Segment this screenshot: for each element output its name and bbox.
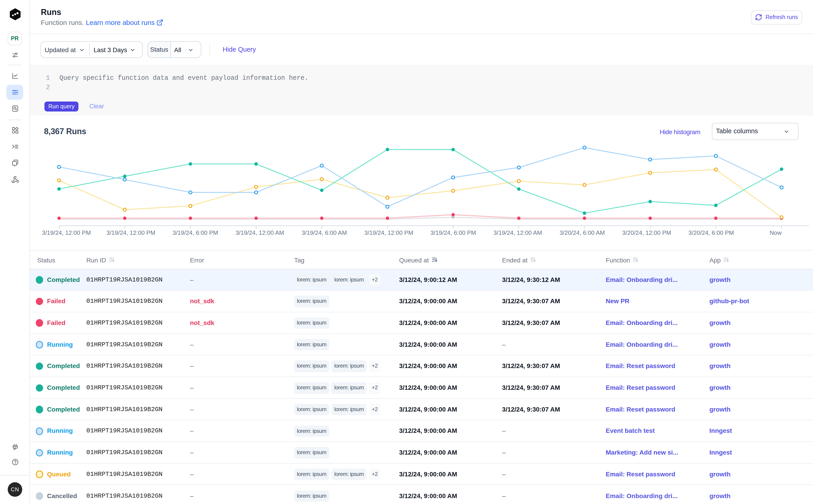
svg-text:3/19/24, 12:00 PM: 3/19/24, 12:00 PM [364,229,413,236]
svg-text:3/19/24, 12:00 PM: 3/19/24, 12:00 PM [42,229,91,236]
svg-text:3/19/24, 6:00 PM: 3/19/24, 6:00 PM [431,229,476,236]
svg-text:3/19/24, 12:00 AM: 3/19/24, 12:00 AM [493,229,542,236]
svg-text:3/20/24, 6:00 AM: 3/20/24, 6:00 AM [560,229,605,236]
svg-text:3/20/24, 12:00 PM: 3/20/24, 12:00 PM [622,229,671,236]
svg-text:3/19/24, 12:00 PM: 3/19/24, 12:00 PM [106,229,155,236]
svg-text:3/19/24, 6:00 PM: 3/19/24, 6:00 PM [172,229,218,236]
svg-text:3/20/24, 6:00 PM: 3/20/24, 6:00 PM [688,229,734,236]
svg-text:Now: Now [770,229,782,236]
svg-text:3/19/24, 6:00 AM: 3/19/24, 6:00 AM [302,229,347,236]
svg-text:3/19/24, 12:00 AM: 3/19/24, 12:00 AM [235,229,284,236]
